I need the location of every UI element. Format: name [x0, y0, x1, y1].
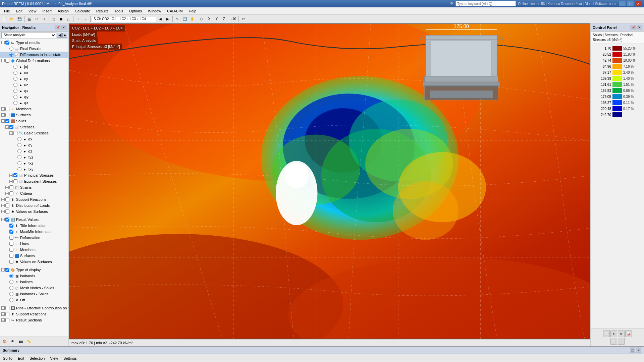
phiz-radio[interactable] [13, 101, 17, 105]
tb-view3[interactable]: ⬚ [65, 16, 72, 22]
tree-values-surfaces[interactable]: + ✱ Values on Surfaces [0, 208, 68, 215]
isolines-radio[interactable] [9, 280, 13, 284]
tree-tau-xy[interactable]: ▸ τxy [0, 166, 68, 172]
surfaces-check[interactable] [5, 113, 9, 117]
tb-view-x[interactable]: X [206, 16, 213, 22]
maximize-button[interactable]: □ [627, 1, 634, 6]
members-check[interactable] [5, 107, 9, 111]
equiv-stresses-check[interactable] [13, 179, 17, 183]
tree-final-results[interactable]: 📊 Final Results [0, 46, 68, 52]
rp-btn4[interactable]: 📊 [625, 330, 632, 337]
tau-xy-radio[interactable] [17, 167, 21, 171]
uz-radio[interactable] [13, 83, 17, 87]
tb-pan[interactable]: ✋ [189, 16, 196, 22]
tree-strains[interactable]: + 📋 Strains [0, 184, 68, 190]
tree-type-display[interactable]: - 🎨 Type of display [0, 267, 68, 273]
menu-options[interactable]: Options [126, 8, 145, 14]
tree-values-surfaces-nav[interactable]: ✱ Values on Surfaces [0, 259, 68, 265]
phix-radio[interactable] [13, 89, 17, 93]
tb-print[interactable]: 🖨️ [26, 16, 33, 22]
tree-distribution-loads[interactable]: + ⬇ Distribution of Loads [0, 202, 68, 208]
phiy-radio[interactable] [13, 95, 17, 99]
sigma-z-radio[interactable] [17, 149, 21, 153]
tree-basic-stresses[interactable]: - 📉 Basic Stresses [0, 130, 68, 136]
tree-deform-u[interactable]: ▸ |u| [0, 64, 68, 70]
uy-radio[interactable] [13, 77, 17, 81]
nav-eye-btn[interactable]: 👁 [9, 338, 16, 345]
tb-open[interactable]: 📂 [9, 16, 15, 22]
nav-pin-btn[interactable]: 📌 [55, 25, 60, 30]
global-def-check[interactable] [5, 59, 9, 63]
summary-expand-btn[interactable]: ⬚ [630, 348, 635, 353]
tb-num[interactable]: -10 [230, 16, 237, 22]
tree-off[interactable]: ✕ Off [0, 297, 68, 303]
rp-btn2[interactable]: ≡ [610, 330, 617, 337]
menu-calculate[interactable]: Calculate [72, 8, 93, 14]
tree-tau-xz[interactable]: ▸ τxz [0, 160, 68, 166]
nav-close-btn[interactable]: ✕ [61, 25, 66, 30]
tree-stresses[interactable]: - 📊 Stresses [0, 124, 68, 130]
tree-criteria[interactable]: + ✓ Criteria [0, 190, 68, 196]
tree-sigma-z[interactable]: ▸ σz [0, 148, 68, 154]
tree-type-of-results[interactable]: - 🏷 Type of results [0, 40, 68, 46]
tree-differences[interactable]: 📈 Differences to initial state [0, 52, 68, 58]
strains-check[interactable] [9, 185, 13, 189]
tree-deform-phix[interactable]: ▸ φx [0, 88, 68, 94]
deformation-nav-check[interactable] [9, 236, 13, 240]
ux-radio[interactable] [13, 71, 17, 75]
tree-solids[interactable]: - 🟫 Solids [0, 118, 68, 124]
tb-new[interactable]: 📄 [1, 16, 8, 22]
differences-radio[interactable] [9, 53, 13, 57]
menu-view[interactable]: View [26, 8, 39, 14]
isobands-solids-radio[interactable] [9, 292, 13, 296]
values-surfaces-check[interactable] [5, 209, 9, 214]
tree-deform-ux[interactable]: ▸ ux [0, 70, 68, 76]
nav-camera-btn[interactable]: 📷 [17, 338, 24, 345]
tree-title-info[interactable]: ℹ Title Information [0, 223, 68, 229]
principal-stresses-check[interactable] [13, 173, 17, 177]
basic-stresses-check[interactable] [13, 131, 17, 135]
tb-redo[interactable]: ↪ [41, 16, 47, 22]
tree-deform-phiz[interactable]: ▸ φz [0, 100, 68, 106]
tree-support-reactions[interactable]: + ⬆ Support Reactions [0, 196, 68, 202]
title-info-check[interactable] [9, 224, 13, 228]
rp-btn6[interactable]: + [618, 338, 625, 345]
result-values-check[interactable] [5, 218, 9, 222]
tree-isobands-solids[interactable]: ▦ Isobands - Solids [0, 291, 68, 297]
load-combo[interactable]: S Ch CO2 LC1 + LC2 + LC3 + LC4 [92, 16, 156, 22]
fem-canvas[interactable]: 125.00 [69, 23, 590, 339]
tree-isolines[interactable]: ≡ Isolines [0, 279, 68, 285]
tb-iso[interactable]: ⬡ [199, 16, 205, 22]
tau-xz-radio[interactable] [17, 161, 21, 165]
sigma-x-radio[interactable] [17, 137, 21, 141]
result-sections-check[interactable] [5, 318, 9, 322]
tb-save[interactable]: 💾 [16, 16, 23, 22]
analysis-prev-btn[interactable]: ◀ [57, 33, 62, 38]
tb-view2[interactable]: ◼ [58, 16, 64, 22]
final-results-radio[interactable] [9, 47, 13, 51]
nav-home-btn[interactable]: 🏠 [1, 338, 8, 345]
nav-ruler-btn[interactable]: 📏 [25, 338, 32, 345]
rp-btn5[interactable]: ⬜ [610, 338, 617, 345]
surfaces-nav-check[interactable] [9, 254, 13, 258]
tree-members[interactable]: + 🔸 Members [0, 106, 68, 112]
summary-edit[interactable]: Edit [16, 356, 25, 361]
tree-mesh-nodes-solids[interactable]: ⬡ Mesh Nodes - Solids [0, 285, 68, 291]
type-results-check[interactable] [5, 41, 9, 45]
tree-deform-uz[interactable]: ▸ uz [0, 82, 68, 88]
ribs-check[interactable] [5, 306, 9, 310]
menu-help[interactable]: Help [186, 8, 199, 14]
tb-view-y[interactable]: Y [213, 16, 220, 22]
analysis-next-btn[interactable]: ▶ [62, 33, 67, 38]
menu-insert[interactable]: Insert [40, 8, 54, 14]
tb-view-z[interactable]: Z [221, 16, 227, 22]
menu-window[interactable]: Window [145, 8, 164, 14]
off-radio[interactable] [9, 298, 13, 302]
close-button[interactable]: ✕ [635, 1, 642, 6]
values-surfaces-nav-check[interactable] [9, 260, 13, 264]
analysis-type-select[interactable]: Static Analysis [1, 32, 56, 38]
minimize-button[interactable]: — [619, 1, 626, 6]
tree-surfaces-nav[interactable]: 🟦 Surfaces [0, 253, 68, 259]
tree-support-reactions-bottom[interactable]: + ⬆ Support Reactions [0, 311, 68, 317]
tree-result-values[interactable]: + 🔢 Result Values [0, 217, 68, 223]
